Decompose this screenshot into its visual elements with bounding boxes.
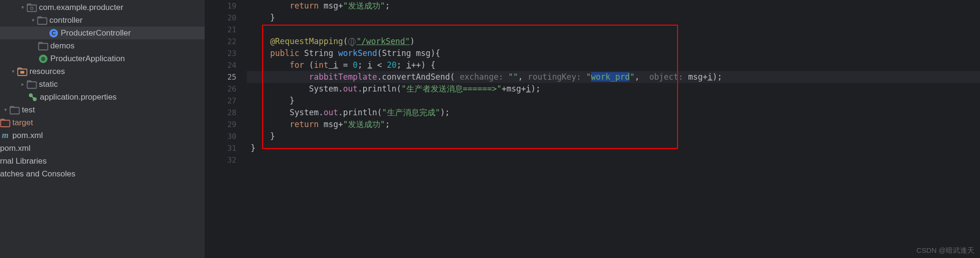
folder-icon [27,79,37,90]
code-line: System.out.println("生产者发送消息======>"+msg+… [251,83,980,95]
code-line: @RequestMapping("/workSend") [251,36,980,47]
svg-point-1 [30,7,33,9]
class-icon: C [48,29,59,37]
code-line: public String workSend(String msg){ [251,47,980,59]
tree-libs[interactable]: rnal Libraries [0,155,205,167]
folder-icon [27,2,37,13]
watermark: CSDN @暗武逢天 [916,246,974,255]
properties-icon [28,92,38,102]
tree-pom2[interactable]: pom.xml [0,142,205,155]
folder-icon [9,105,20,115]
tree-scratches[interactable]: atches and Consoles [0,167,205,180]
tree-label: target [12,118,33,128]
line-number: 27 [205,95,236,107]
line-number: 19 [205,0,236,12]
tree-controller[interactable]: ▾ controller [0,14,205,27]
line-number: 21 [205,24,236,36]
code-line: } [251,142,980,154]
code-line: for (int i = 0; i < 20; i++) { [251,59,980,71]
line-number: 29 [205,119,236,130]
tree-resources[interactable]: ▾ resources [0,65,205,78]
line-number: 20 [205,12,236,24]
line-number: 30 [205,130,236,142]
tree-test[interactable]: ▾ test [0,103,205,116]
maven-icon: m [0,130,10,140]
tree-label: ProducterController [61,28,131,38]
tree-label: atches and Consoles [0,169,75,179]
tree-package[interactable]: ▾ com.example.producter [0,1,205,14]
tree-label: demos [50,41,75,51]
code-line: } [251,95,980,107]
svg-rect-6 [27,82,36,88]
tree-label: controller [49,16,83,25]
svg-rect-2 [38,18,47,24]
resources-icon [17,66,28,77]
tree-label: pom.xml [0,144,30,153]
code-content[interactable]: return msg+"发送成功"; } @RequestMapping("/w… [247,0,980,258]
code-line: System.out.println("生产消息完成"); [251,107,980,119]
chevron-down-icon: ▾ [9,68,17,74]
code-line [251,154,980,166]
tree-label: rnal Libraries [0,157,47,166]
line-number: 32 [205,154,236,166]
project-tree[interactable]: ▾ com.example.producter ▾ controller C P… [0,0,205,258]
tree-appprops[interactable]: application.properties [0,91,205,103]
tree-static[interactable]: ▸ static [0,78,205,91]
chevron-down-icon: ▾ [29,17,37,23]
line-number: 23 [205,47,236,59]
code-line: return msg+"发送成功"; [251,0,980,12]
tree-target[interactable]: target [0,116,205,129]
tree-pom1[interactable]: m pom.xml [0,129,205,142]
tree-label: ProducterApplication [50,54,125,64]
svg-rect-9 [10,107,19,114]
chevron-right-icon: ▸ [19,81,27,87]
tree-label: resources [29,67,65,76]
class-icon: ⊚ [38,55,48,63]
svg-rect-5 [20,71,24,74]
tree-label: static [39,80,58,89]
code-line [251,24,980,36]
line-number: 24 [205,59,236,71]
tree-productercontroller[interactable]: C ProducterController [0,27,205,39]
code-line: } [251,12,980,24]
tree-producterapp[interactable]: ⊚ ProducterApplication [0,52,205,65]
chevron-down-icon: ▾ [19,4,27,10]
line-number: 31 [205,142,236,154]
svg-rect-3 [38,43,47,50]
line-number: 26 [205,83,236,95]
code-line: return msg+"发送成功"; [251,119,980,130]
tree-label: com.example.producter [39,3,123,12]
code-line: rabbitTemplate.convertAndSend( exchange:… [251,71,980,83]
code-line: } [251,130,980,142]
folder-icon [38,41,48,51]
editor[interactable]: 19 20 21 22 23 24 25 26 27 28 29 30 31 3… [205,0,980,258]
line-number: 22 [205,36,236,47]
svg-rect-10 [0,120,9,127]
folder-icon [37,15,47,26]
globe-icon[interactable] [348,38,356,46]
svg-rect-0 [27,5,36,11]
line-number: 28 [205,107,236,119]
chevron-down-icon: ▾ [2,107,9,113]
tree-label: test [22,105,35,115]
line-number: 25 [205,71,236,83]
target-icon [0,119,10,127]
tree-label: pom.xml [12,131,43,140]
tree-demos[interactable]: demos [0,39,205,52]
gutter: 19 20 21 22 23 24 25 26 27 28 29 30 31 3… [205,0,247,258]
tree-label: application.properties [40,92,117,102]
